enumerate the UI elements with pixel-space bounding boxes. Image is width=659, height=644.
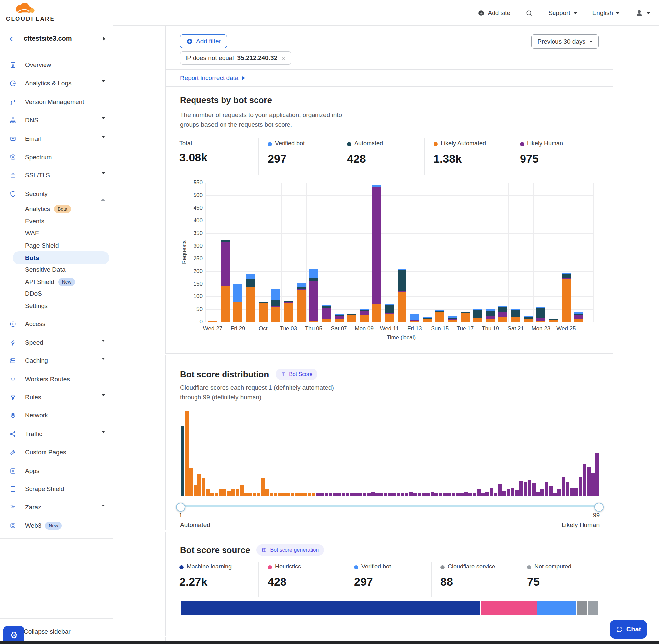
stat-value: 428 <box>268 575 301 588</box>
sidebar-item-access[interactable]: Access <box>0 316 113 332</box>
sidebar-item-label: Apps <box>25 463 39 479</box>
histogram-bar <box>303 493 307 496</box>
collapse-sidebar-button[interactable]: Collapse sidebar <box>24 628 71 636</box>
chevron-right-icon <box>242 76 245 80</box>
support-menu[interactable]: Support <box>548 9 577 17</box>
preferences-gear-button[interactable]: ⚙ <box>3 626 24 641</box>
sidebar-item-overview[interactable]: Overview <box>0 57 113 73</box>
legend-dot <box>268 565 272 570</box>
chart-bar <box>562 273 571 322</box>
histogram-bar <box>498 484 502 496</box>
speed-icon <box>9 339 17 346</box>
bot-score-generation-doc-badge[interactable]: Bot score generation <box>257 545 324 556</box>
slider-knob-min[interactable] <box>176 503 185 512</box>
search-button[interactable] <box>525 9 533 17</box>
sidebar-item-zaraz[interactable]: Zaraz <box>0 500 113 515</box>
sidebar-item-traffic[interactable]: Traffic <box>0 426 113 442</box>
chart-bar <box>511 309 520 322</box>
filter-chip[interactable]: IP does not equal 35.212.240.32 <box>180 51 291 65</box>
requests-card-title: Requests by bot score <box>180 95 272 105</box>
chevron-down-icon <box>101 138 105 144</box>
histogram-bar <box>392 493 396 496</box>
sidebar-item-speed[interactable]: Speed <box>0 335 113 350</box>
sidebar-item-apps[interactable]: Apps <box>0 463 113 479</box>
histogram-bar <box>253 493 256 496</box>
bot-score-histogram <box>181 411 600 496</box>
date-range-dropdown[interactable]: Previous 30 days <box>532 34 599 49</box>
chart-bar <box>461 312 470 322</box>
slider-max-label: 99 <box>593 512 600 519</box>
stat-label[interactable]: Not computed <box>534 563 571 572</box>
close-icon[interactable] <box>281 55 286 61</box>
sidebar-item-network[interactable]: Network <box>0 408 113 423</box>
stat-label[interactable]: Likely Automated <box>441 140 486 148</box>
sidebar-item-scrape-shield[interactable]: Scrape Shield <box>0 481 113 497</box>
sidebar-item-label: Overview <box>25 57 51 73</box>
chevron-down-icon <box>101 342 105 348</box>
back-arrow-icon[interactable] <box>8 35 17 43</box>
chevron-down-icon <box>616 12 620 14</box>
network-icon <box>9 412 17 419</box>
histogram-bar <box>562 478 565 496</box>
slider-knob-max[interactable] <box>594 503 604 512</box>
histogram-bar <box>579 477 582 496</box>
sidebar-item-web3[interactable]: Web3New <box>0 518 113 533</box>
sidebar-item-settings[interactable]: Settings <box>0 298 113 314</box>
account-menu[interactable] <box>635 8 651 17</box>
histogram-bar <box>456 493 460 496</box>
sidebar-item-ssl-tls[interactable]: SSL/TLS <box>0 167 113 183</box>
histogram-bar <box>477 489 481 496</box>
sidebar-item-label: Security <box>25 186 48 202</box>
support-label: Support <box>548 9 570 17</box>
stat-label[interactable]: Likely Human <box>527 140 563 148</box>
sidebar-item-security[interactable]: Security <box>0 186 113 202</box>
report-incorrect-data-link[interactable]: Report incorrect data <box>180 70 245 86</box>
cloudflare-logo[interactable]: CLOUDFLARE <box>6 1 55 22</box>
add-filter-button[interactable]: Add filter <box>180 34 227 48</box>
stat-divider <box>258 562 259 597</box>
site-name[interactable]: cftestsite3.com <box>24 34 72 42</box>
sidebar-item-spectrum[interactable]: Spectrum <box>0 150 113 165</box>
bot-score-doc-badge[interactable]: Bot Score <box>276 369 317 380</box>
report-link-label: Report incorrect data <box>180 74 238 82</box>
sidebar-item-workers-routes[interactable]: Workers Routes <box>0 371 113 387</box>
sidebar-item-label: Rules <box>25 389 41 405</box>
sidebar-item-label: Scrape Shield <box>25 481 64 497</box>
stat-label[interactable]: Verified bot <box>275 140 305 148</box>
requests-card-description-line1: The number of requests to your applicati… <box>180 111 342 120</box>
stat-label[interactable]: Cloudflare service <box>448 563 495 572</box>
chat-button[interactable]: Chat <box>610 620 647 639</box>
legend-dot <box>179 565 184 570</box>
search-icon <box>525 9 533 17</box>
histogram-bar <box>367 493 371 496</box>
stat-cloudflare-service: Cloudflare service88 <box>441 563 495 588</box>
sidebar-item-rules[interactable]: Rules <box>0 389 113 405</box>
distribution-description-line1: Cloudflare scores each request 1 (defini… <box>180 383 334 393</box>
filter-chip-text: IP does not equal <box>185 54 234 62</box>
stat-divider <box>424 138 425 175</box>
sidebar-item-analytics-logs[interactable]: Analytics & Logs <box>0 75 113 91</box>
chart-bar <box>259 302 268 322</box>
rules-icon <box>9 394 17 401</box>
sidebar-item-email[interactable]: Email <box>0 131 113 147</box>
requests-plot-area <box>205 183 594 322</box>
histogram-bar <box>405 493 408 496</box>
sidebar-item-dns[interactable]: DNS <box>0 112 113 128</box>
histogram-bar <box>511 488 514 496</box>
sidebar-item-custom-pages[interactable]: Custom Pages <box>0 444 113 460</box>
score-range-slider-track[interactable] <box>181 505 600 507</box>
chat-bubble-icon <box>616 625 623 633</box>
sidebar-item-version-management[interactable]: Version Management <box>0 94 113 110</box>
histogram-bar <box>257 493 260 496</box>
stat-label[interactable]: Machine learning <box>187 563 232 572</box>
site-switcher-caret-icon[interactable] <box>103 37 105 41</box>
stat-label[interactable]: Verified bot <box>361 563 391 572</box>
histogram-bar <box>337 493 341 496</box>
histogram-bar <box>532 483 536 496</box>
language-menu[interactable]: English <box>592 9 620 17</box>
sidebar-item-caching[interactable]: Caching <box>0 353 113 369</box>
add-site-button[interactable]: Add site <box>478 9 510 17</box>
stat-label[interactable]: Automated <box>354 140 383 148</box>
stat-label[interactable]: Heuristics <box>275 563 301 572</box>
overview-icon <box>9 61 17 69</box>
